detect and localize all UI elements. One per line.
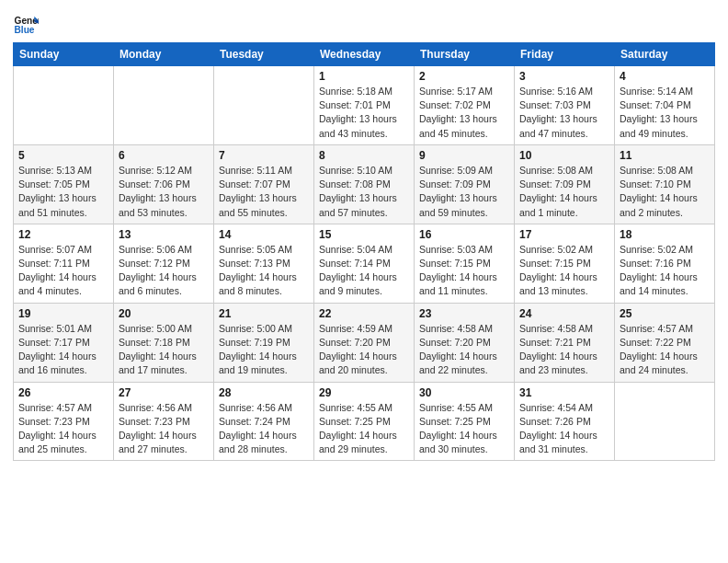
day-number: 8 xyxy=(319,149,409,162)
day-info: Sunrise: 5:09 AM Sunset: 7:09 PM Dayligh… xyxy=(419,164,509,220)
calendar-week-row: 1Sunrise: 5:18 AM Sunset: 7:01 PM Daylig… xyxy=(14,66,715,145)
weekday-header: Sunday xyxy=(14,43,114,66)
logo: General Blue xyxy=(13,9,42,35)
calendar-table: SundayMondayTuesdayWednesdayThursdayFrid… xyxy=(13,42,715,461)
calendar-day-cell: 31Sunrise: 4:54 AM Sunset: 7:26 PM Dayli… xyxy=(515,382,615,461)
day-info: Sunrise: 5:00 AM Sunset: 7:19 PM Dayligh… xyxy=(219,322,309,378)
day-info: Sunrise: 4:59 AM Sunset: 7:20 PM Dayligh… xyxy=(319,322,409,378)
day-info: Sunrise: 5:06 AM Sunset: 7:12 PM Dayligh… xyxy=(119,243,209,299)
calendar-day-cell: 2Sunrise: 5:17 AM Sunset: 7:02 PM Daylig… xyxy=(415,66,515,145)
day-number: 9 xyxy=(419,149,509,162)
day-number: 28 xyxy=(219,386,309,399)
weekday-header: Friday xyxy=(515,43,615,66)
day-info: Sunrise: 4:58 AM Sunset: 7:21 PM Dayligh… xyxy=(519,322,609,378)
day-info: Sunrise: 5:11 AM Sunset: 7:07 PM Dayligh… xyxy=(219,164,309,220)
calendar-day-cell: 19Sunrise: 5:01 AM Sunset: 7:17 PM Dayli… xyxy=(14,303,114,382)
calendar-day-cell: 30Sunrise: 4:55 AM Sunset: 7:25 PM Dayli… xyxy=(415,382,515,461)
day-number: 24 xyxy=(519,307,609,320)
page: General Blue SundayMondayTuesdayWednesda… xyxy=(0,0,728,563)
day-info: Sunrise: 5:14 AM Sunset: 7:04 PM Dayligh… xyxy=(620,85,710,141)
calendar-day-cell: 7Sunrise: 5:11 AM Sunset: 7:07 PM Daylig… xyxy=(214,144,314,224)
calendar-day-cell: 26Sunrise: 4:57 AM Sunset: 7:23 PM Dayli… xyxy=(14,382,114,461)
calendar-day-cell: 28Sunrise: 4:56 AM Sunset: 7:24 PM Dayli… xyxy=(214,382,314,461)
day-info: Sunrise: 4:54 AM Sunset: 7:26 PM Dayligh… xyxy=(519,401,609,457)
calendar-day-cell: 4Sunrise: 5:14 AM Sunset: 7:04 PM Daylig… xyxy=(615,66,715,145)
calendar-day-cell: 24Sunrise: 4:58 AM Sunset: 7:21 PM Dayli… xyxy=(515,303,615,382)
day-number: 21 xyxy=(219,307,309,320)
logo-icon: General Blue xyxy=(13,9,39,35)
svg-text:Blue: Blue xyxy=(15,25,35,35)
calendar-day-cell: 29Sunrise: 4:55 AM Sunset: 7:25 PM Dayli… xyxy=(314,382,415,461)
calendar-day-cell: 22Sunrise: 4:59 AM Sunset: 7:20 PM Dayli… xyxy=(314,303,415,382)
day-info: Sunrise: 4:57 AM Sunset: 7:23 PM Dayligh… xyxy=(18,401,108,457)
day-number: 3 xyxy=(519,70,609,83)
calendar-day-cell: 12Sunrise: 5:07 AM Sunset: 7:11 PM Dayli… xyxy=(14,224,114,303)
day-number: 13 xyxy=(119,228,209,241)
day-info: Sunrise: 5:02 AM Sunset: 7:15 PM Dayligh… xyxy=(519,243,609,299)
day-info: Sunrise: 5:03 AM Sunset: 7:15 PM Dayligh… xyxy=(419,243,509,299)
weekday-header: Wednesday xyxy=(314,43,415,66)
day-number: 26 xyxy=(18,386,108,399)
day-info: Sunrise: 5:16 AM Sunset: 7:03 PM Dayligh… xyxy=(519,85,609,141)
calendar-day-cell: 15Sunrise: 5:04 AM Sunset: 7:14 PM Dayli… xyxy=(314,224,415,303)
day-info: Sunrise: 5:02 AM Sunset: 7:16 PM Dayligh… xyxy=(620,243,710,299)
day-number: 23 xyxy=(419,307,509,320)
day-info: Sunrise: 5:01 AM Sunset: 7:17 PM Dayligh… xyxy=(18,322,108,378)
calendar-day-cell: 9Sunrise: 5:09 AM Sunset: 7:09 PM Daylig… xyxy=(415,144,515,224)
calendar-day-cell: 6Sunrise: 5:12 AM Sunset: 7:06 PM Daylig… xyxy=(114,144,214,224)
day-info: Sunrise: 5:04 AM Sunset: 7:14 PM Dayligh… xyxy=(319,243,409,299)
calendar-day-cell: 13Sunrise: 5:06 AM Sunset: 7:12 PM Dayli… xyxy=(114,224,214,303)
day-number: 22 xyxy=(319,307,409,320)
day-number: 15 xyxy=(319,228,409,241)
calendar-day-cell xyxy=(214,66,314,145)
day-info: Sunrise: 4:55 AM Sunset: 7:25 PM Dayligh… xyxy=(319,401,409,457)
day-number: 5 xyxy=(18,149,108,162)
day-number: 14 xyxy=(219,228,309,241)
day-number: 25 xyxy=(620,307,710,320)
day-info: Sunrise: 5:13 AM Sunset: 7:05 PM Dayligh… xyxy=(18,164,108,220)
calendar-day-cell: 25Sunrise: 4:57 AM Sunset: 7:22 PM Dayli… xyxy=(615,303,715,382)
day-info: Sunrise: 5:08 AM Sunset: 7:09 PM Dayligh… xyxy=(519,164,609,220)
weekday-header: Monday xyxy=(114,43,214,66)
day-number: 17 xyxy=(519,228,609,241)
calendar-day-cell: 18Sunrise: 5:02 AM Sunset: 7:16 PM Dayli… xyxy=(615,224,715,303)
day-info: Sunrise: 4:55 AM Sunset: 7:25 PM Dayligh… xyxy=(419,401,509,457)
day-number: 7 xyxy=(219,149,309,162)
day-info: Sunrise: 5:12 AM Sunset: 7:06 PM Dayligh… xyxy=(119,164,209,220)
weekday-header: Saturday xyxy=(615,43,715,66)
calendar-day-cell: 17Sunrise: 5:02 AM Sunset: 7:15 PM Dayli… xyxy=(515,224,615,303)
calendar-day-cell: 10Sunrise: 5:08 AM Sunset: 7:09 PM Dayli… xyxy=(515,144,615,224)
day-info: Sunrise: 5:05 AM Sunset: 7:13 PM Dayligh… xyxy=(219,243,309,299)
calendar-day-cell: 1Sunrise: 5:18 AM Sunset: 7:01 PM Daylig… xyxy=(314,66,415,145)
day-number: 27 xyxy=(119,386,209,399)
calendar-day-cell xyxy=(615,382,715,461)
day-info: Sunrise: 4:56 AM Sunset: 7:23 PM Dayligh… xyxy=(119,401,209,457)
calendar-header-row: SundayMondayTuesdayWednesdayThursdayFrid… xyxy=(14,43,715,66)
header: General Blue xyxy=(13,9,715,35)
day-number: 4 xyxy=(620,70,710,83)
weekday-header: Thursday xyxy=(415,43,515,66)
day-number: 10 xyxy=(519,149,609,162)
day-number: 18 xyxy=(620,228,710,241)
calendar-day-cell: 11Sunrise: 5:08 AM Sunset: 7:10 PM Dayli… xyxy=(615,144,715,224)
day-info: Sunrise: 4:58 AM Sunset: 7:20 PM Dayligh… xyxy=(419,322,509,378)
day-info: Sunrise: 5:07 AM Sunset: 7:11 PM Dayligh… xyxy=(18,243,108,299)
day-info: Sunrise: 4:57 AM Sunset: 7:22 PM Dayligh… xyxy=(620,322,710,378)
calendar-day-cell: 16Sunrise: 5:03 AM Sunset: 7:15 PM Dayli… xyxy=(415,224,515,303)
calendar-day-cell: 8Sunrise: 5:10 AM Sunset: 7:08 PM Daylig… xyxy=(314,144,415,224)
day-number: 12 xyxy=(18,228,108,241)
day-number: 20 xyxy=(119,307,209,320)
calendar-day-cell: 3Sunrise: 5:16 AM Sunset: 7:03 PM Daylig… xyxy=(515,66,615,145)
day-number: 19 xyxy=(18,307,108,320)
calendar-day-cell: 20Sunrise: 5:00 AM Sunset: 7:18 PM Dayli… xyxy=(114,303,214,382)
weekday-header: Tuesday xyxy=(214,43,314,66)
calendar-week-row: 5Sunrise: 5:13 AM Sunset: 7:05 PM Daylig… xyxy=(14,144,715,224)
calendar-week-row: 19Sunrise: 5:01 AM Sunset: 7:17 PM Dayli… xyxy=(14,303,715,382)
day-info: Sunrise: 4:56 AM Sunset: 7:24 PM Dayligh… xyxy=(219,401,309,457)
day-info: Sunrise: 5:00 AM Sunset: 7:18 PM Dayligh… xyxy=(119,322,209,378)
day-info: Sunrise: 5:17 AM Sunset: 7:02 PM Dayligh… xyxy=(419,85,509,141)
calendar-week-row: 12Sunrise: 5:07 AM Sunset: 7:11 PM Dayli… xyxy=(14,224,715,303)
day-number: 1 xyxy=(319,70,409,83)
calendar-day-cell xyxy=(14,66,114,145)
calendar-day-cell: 27Sunrise: 4:56 AM Sunset: 7:23 PM Dayli… xyxy=(114,382,214,461)
